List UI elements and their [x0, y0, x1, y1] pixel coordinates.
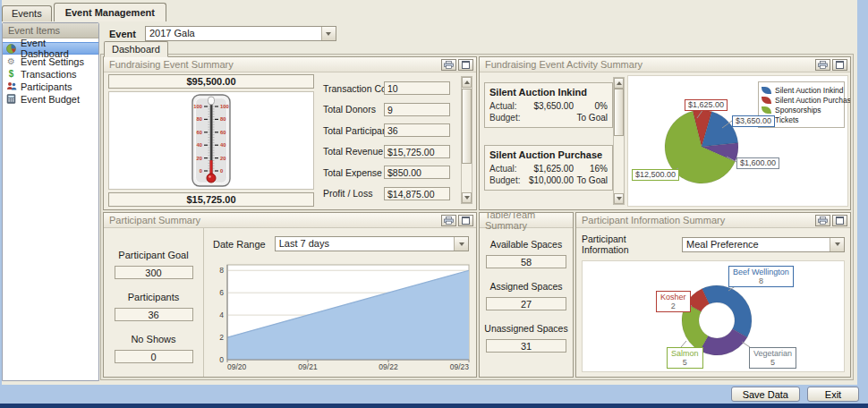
scrollbar-vertical[interactable]: [613, 77, 625, 205]
panel-participant-summary: Participant Summary Participant Goal 300…: [103, 212, 477, 378]
no-shows-box[interactable]: 0: [115, 350, 193, 363]
maximize-button[interactable]: [458, 215, 473, 226]
panel-table-team-summary: Table/Team Summary Available Spaces 58 A…: [479, 212, 574, 378]
stat-total-participants: Total Participants 36: [323, 123, 450, 137]
participants-area-chart: 0246809/2009/2109/2209/23: [213, 251, 471, 375]
svg-text:6: 6: [219, 288, 224, 297]
svg-text:60: 60: [220, 130, 226, 135]
event-management-window: { "tabs": [ {"label": "Events"}, {"label…: [0, 0, 868, 408]
chevron-down-icon[interactable]: [830, 238, 844, 251]
print-button[interactable]: [441, 215, 456, 226]
sidebar-item-event-dashboard[interactable]: Event Dashboard: [3, 42, 98, 55]
pie-label-sponsorships: $12,500.00: [632, 169, 679, 181]
chevron-down-icon[interactable]: [454, 237, 468, 251]
event-label: Event: [109, 29, 136, 39]
pie-label-purchase: $1,625.00: [685, 99, 728, 111]
save-data-button[interactable]: Save Data: [731, 387, 800, 402]
sidebar-item-event-budget[interactable]: Event Budget: [3, 93, 98, 105]
participant-goal-box[interactable]: 300: [115, 266, 193, 279]
panel-fundraising-event-summary: Fundraising Event Summary $95,500.00 002…: [103, 56, 477, 210]
printer-icon: [818, 61, 828, 69]
sidebar-item-label: Transactions: [21, 69, 77, 80]
maximize-icon: [836, 217, 844, 225]
printer-icon: [444, 217, 454, 225]
donut-label-kosher: Kosher 2: [656, 291, 691, 312]
sidebar-item-participants[interactable]: Participants: [3, 81, 98, 92]
sidebar-item-label: Event Settings: [21, 56, 84, 67]
donut-label-beef-wellington: Beef Wellington 8: [728, 266, 794, 287]
svg-text:20: 20: [220, 156, 226, 161]
sidebar: Event Items Event Dashboard ⚙ Event Sett…: [2, 22, 99, 381]
svg-text:0: 0: [220, 168, 223, 174]
gear-icon: ⚙: [5, 56, 17, 67]
stat-profit-loss: Profit / Loss $14,875.00: [323, 187, 450, 200]
calculator-icon: [5, 94, 17, 105]
thermometer-chart: 002020404060608080100100: [108, 91, 314, 190]
participants-box[interactable]: 36: [115, 308, 193, 321]
assigned-spaces-box[interactable]: 27: [486, 297, 566, 310]
svg-text:4: 4: [219, 310, 224, 319]
assigned-spaces-label: Assigned Spaces: [480, 281, 573, 292]
sidebar-item-transactions[interactable]: $ Transactions: [3, 68, 98, 80]
meal-preference-donut-chart: Beef Wellington 8 Kosher 2 Salmon 5 Vege…: [582, 260, 845, 372]
pie-label-inkind: $3,650.00: [732, 115, 775, 127]
window-bottom-edge: [0, 404, 868, 408]
pie-label-tickets: $1,600.00: [736, 157, 779, 169]
tab-event-management[interactable]: Event Management: [54, 3, 166, 21]
scroll-thumb[interactable]: [614, 89, 624, 136]
maximize-button[interactable]: [458, 59, 473, 71]
maximize-button[interactable]: [832, 215, 847, 226]
maximize-icon: [462, 217, 470, 225]
activity-pie-chart: $1,625.00 $3,650.00 $1,600.00 $12,500.00…: [627, 75, 848, 207]
donut-label-salmon: Salmon 5: [667, 347, 703, 369]
print-button[interactable]: [815, 59, 830, 71]
unassigned-spaces-label: Unassigned Spaces: [480, 323, 573, 334]
svg-text:8: 8: [219, 266, 224, 275]
stat-total-expense: Total Expense $850.00: [323, 166, 450, 179]
participant-goal-label: Participant Goal: [104, 250, 203, 260]
event-select-value: 2017 Gala: [146, 27, 321, 40]
svg-text:0: 0: [200, 168, 202, 174]
svg-text:09/20: 09/20: [227, 362, 247, 371]
participant-information-select[interactable]: Meal Preference: [682, 237, 845, 252]
scroll-up-icon[interactable]: [462, 77, 472, 88]
print-button[interactable]: [815, 215, 830, 226]
maximize-button[interactable]: [832, 59, 847, 71]
printer-icon: [818, 217, 828, 225]
scroll-thumb[interactable]: [462, 89, 472, 164]
maximize-icon: [836, 61, 844, 69]
print-button[interactable]: [441, 59, 456, 71]
maximize-icon: [462, 61, 470, 69]
available-spaces-box[interactable]: 58: [486, 255, 566, 268]
scroll-up-icon[interactable]: [614, 78, 624, 89]
participant-information-label: Participant Information: [582, 234, 675, 255]
scroll-down-icon[interactable]: [462, 192, 472, 203]
tab-events[interactable]: Events: [2, 5, 52, 21]
tab-dashboard[interactable]: Dashboard: [104, 41, 168, 57]
main-content: Event 2017 Gala Dashboard Fundraising Ev…: [100, 22, 866, 408]
stat-total-revenue: Total Revenue $15,725.00: [323, 145, 450, 158]
svg-text:20: 20: [197, 156, 202, 161]
event-select[interactable]: 2017 Gala: [145, 26, 336, 41]
footer-bar: Save Data Exit: [0, 385, 868, 404]
svg-text:09/22: 09/22: [379, 362, 398, 371]
sidebar-item-event-settings[interactable]: ⚙ Event Settings: [3, 55, 98, 67]
exit-button[interactable]: Exit: [807, 387, 859, 402]
scroll-down-icon[interactable]: [614, 193, 624, 204]
scrollbar-vertical[interactable]: [461, 76, 472, 204]
svg-text:80: 80: [220, 116, 226, 122]
svg-text:09/21: 09/21: [298, 362, 318, 371]
raised-amount-box: $15,725.00: [108, 192, 314, 207]
unassigned-spaces-box[interactable]: 31: [486, 339, 566, 353]
panel-title: Participant Summary: [109, 215, 200, 225]
participants-label: Participants: [104, 292, 203, 302]
donut-label-vegetarian: Vegetarian 5: [749, 347, 796, 369]
panel-title: Participant Information Summary: [582, 215, 725, 225]
sidebar-item-label: Event Budget: [21, 94, 80, 105]
chevron-down-icon[interactable]: [321, 27, 336, 40]
dashboard-groupbox: Fundraising Event Summary $95,500.00 002…: [100, 54, 854, 380]
sidebar-item-label: Participants: [21, 81, 72, 92]
date-range-select[interactable]: Last 7 days: [275, 236, 469, 251]
panel-title: Fundraising Event Summary: [109, 59, 234, 70]
svg-text:40: 40: [220, 142, 226, 148]
